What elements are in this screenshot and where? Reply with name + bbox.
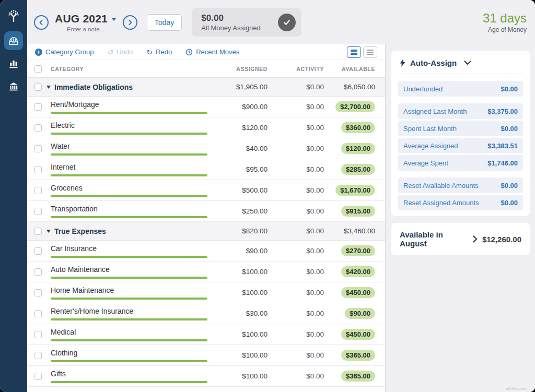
assigned-value[interactable]: $100.00: [207, 289, 268, 296]
assigned-value[interactable]: $100.00: [207, 330, 268, 338]
activity-value[interactable]: $0.00: [268, 207, 324, 215]
activity-value[interactable]: $0.00: [268, 124, 324, 132]
assigned-value[interactable]: $120.00: [207, 124, 268, 132]
available-pill[interactable]: $450.00: [341, 287, 375, 298]
available-pill[interactable]: $360.00: [341, 122, 375, 133]
category-name[interactable]: Transportation: [51, 205, 98, 213]
row-checkbox[interactable]: [34, 247, 42, 255]
row-checkbox[interactable]: [34, 310, 42, 317]
activity-value[interactable]: $0.00: [268, 186, 324, 194]
assigned-value[interactable]: $900.00: [207, 103, 268, 111]
all-money-assigned-banner[interactable]: $0.00 All Money Assigned: [192, 8, 301, 37]
category-name[interactable]: Electric: [51, 121, 75, 129]
activity-value[interactable]: $0.00: [268, 145, 324, 152]
category-name[interactable]: Car Insurance: [51, 244, 97, 253]
select-all-checkbox[interactable]: [34, 65, 42, 73]
row-checkbox[interactable]: [34, 373, 42, 380]
view-list-toggle[interactable]: [363, 46, 377, 58]
undo-button[interactable]: ↺ Undo: [108, 48, 133, 56]
row-checkbox[interactable]: [34, 187, 42, 194]
available-pill[interactable]: $270.00: [341, 245, 375, 256]
assigned-value[interactable]: $100.00: [207, 372, 268, 380]
today-button[interactable]: Today: [147, 14, 182, 31]
assigned-value[interactable]: $95.00: [207, 165, 268, 173]
prev-month-button[interactable]: [34, 15, 49, 30]
available-pill[interactable]: $365.00: [341, 371, 375, 382]
assigned-value[interactable]: $30.00: [207, 310, 268, 317]
auto-assign-option[interactable]: Reset Available Amounts$0.00: [398, 177, 523, 193]
row-checkbox[interactable]: [34, 268, 42, 276]
auto-assign-option[interactable]: Average Assigned$3,383.51: [398, 138, 523, 153]
available-pill[interactable]: $450.00: [341, 329, 375, 340]
assigned-value[interactable]: $500.00: [207, 186, 268, 194]
category-name[interactable]: Rent/Mortgage: [51, 100, 99, 109]
category-name[interactable]: Groceries: [51, 184, 83, 192]
category-name[interactable]: Renter's/Home Insurance: [51, 307, 133, 315]
activity-value[interactable]: $0.00: [268, 289, 324, 296]
column-available[interactable]: AVAILABLE: [324, 66, 375, 72]
activity-value[interactable]: $0.00: [268, 165, 324, 173]
category-name[interactable]: Internet: [51, 163, 75, 171]
row-checkbox[interactable]: [34, 84, 42, 91]
activity-value[interactable]: $0.00: [268, 310, 324, 317]
row-checkbox[interactable]: [34, 228, 42, 235]
category-name[interactable]: Medical: [51, 328, 76, 336]
month-note-field[interactable]: Enter a note...: [67, 26, 104, 32]
activity-value[interactable]: $0.00: [268, 247, 324, 255]
assigned-value[interactable]: $100.00: [207, 268, 268, 276]
category-name[interactable]: Water: [51, 142, 70, 150]
month-selector[interactable]: AUG 2021: [55, 13, 117, 25]
row-checkbox[interactable]: [34, 208, 42, 215]
row-checkbox[interactable]: [34, 103, 42, 111]
available-pill[interactable]: $2,700.00: [335, 101, 375, 112]
collapse-toggle-icon[interactable]: [46, 230, 51, 233]
available-in-month-card[interactable]: Available in August $12,260.00: [391, 223, 530, 255]
row-checkbox[interactable]: [34, 166, 42, 173]
activity-value[interactable]: $0.00: [268, 372, 324, 380]
available-pill[interactable]: $120.00: [341, 143, 375, 154]
assigned-value[interactable]: $40.00: [207, 145, 268, 152]
column-assigned[interactable]: ASSIGNED: [207, 66, 268, 72]
group-name[interactable]: True Expenses: [54, 227, 207, 235]
available-pill[interactable]: $420.00: [341, 266, 375, 277]
collapse-toggle-icon[interactable]: [46, 86, 51, 89]
category-name[interactable]: Clothing: [51, 349, 77, 357]
category-name[interactable]: Auto Maintenance: [51, 265, 110, 274]
activity-value[interactable]: $0.00: [268, 330, 324, 338]
assigned-value[interactable]: $250.00: [207, 207, 268, 215]
auto-assign-option[interactable]: Average Spent$1,746.00: [398, 155, 523, 171]
recent-moves-button[interactable]: Recent Moves: [185, 48, 239, 56]
view-detail-toggle[interactable]: [347, 46, 361, 58]
activity-value[interactable]: $0.00: [268, 103, 324, 111]
redo-button[interactable]: ↻ Redo: [146, 48, 172, 56]
column-category[interactable]: CATEGORY: [51, 66, 207, 72]
assigned-value[interactable]: $100.00: [207, 351, 268, 359]
add-category-group-button[interactable]: + Category Group: [35, 48, 94, 56]
category-name[interactable]: Gifts: [51, 370, 66, 378]
auto-assign-option[interactable]: Assigned Last Month$3,375.00: [398, 103, 523, 119]
available-pill[interactable]: $365.00: [341, 350, 375, 361]
row-checkbox[interactable]: [34, 145, 42, 152]
ynab-tree-logo-icon[interactable]: [5, 7, 22, 24]
nav-accounts[interactable]: [4, 77, 23, 96]
available-pill[interactable]: $285.00: [341, 164, 375, 175]
row-checkbox[interactable]: [34, 124, 42, 132]
activity-value[interactable]: $0.00: [268, 268, 324, 276]
nav-budget[interactable]: [4, 31, 23, 50]
next-month-button[interactable]: [123, 15, 137, 30]
available-pill[interactable]: $90.00: [345, 308, 375, 319]
column-activity[interactable]: ACTIVITY: [268, 66, 324, 72]
category-name[interactable]: Home Maintenance: [51, 286, 114, 294]
auto-assign-header[interactable]: Auto-Assign: [398, 57, 523, 74]
auto-assign-option[interactable]: Spent Last Month$0.00: [398, 121, 523, 136]
activity-value[interactable]: $0.00: [268, 351, 324, 359]
available-pill[interactable]: $1,670.00: [335, 185, 375, 196]
row-checkbox[interactable]: [34, 331, 42, 338]
available-pill[interactable]: $915.00: [341, 206, 375, 217]
group-name[interactable]: Immediate Obligations: [54, 83, 207, 91]
auto-assign-option[interactable]: Underfunded$0.00: [398, 81, 523, 97]
row-checkbox[interactable]: [34, 352, 42, 359]
nav-reports[interactable]: [4, 54, 23, 73]
auto-assign-option[interactable]: Reset Assigned Amounts$0.00: [398, 195, 523, 210]
row-checkbox[interactable]: [34, 289, 42, 296]
